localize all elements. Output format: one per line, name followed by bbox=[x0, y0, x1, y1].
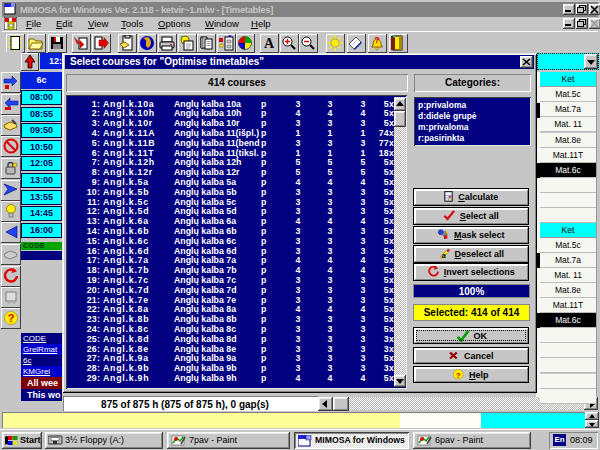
svg-text:A: A bbox=[264, 36, 275, 51]
svg-text:?: ? bbox=[374, 35, 380, 45]
svg-text:?: ? bbox=[8, 312, 15, 324]
svg-text:a: a bbox=[442, 251, 446, 260]
svg-text:?: ? bbox=[456, 371, 461, 380]
